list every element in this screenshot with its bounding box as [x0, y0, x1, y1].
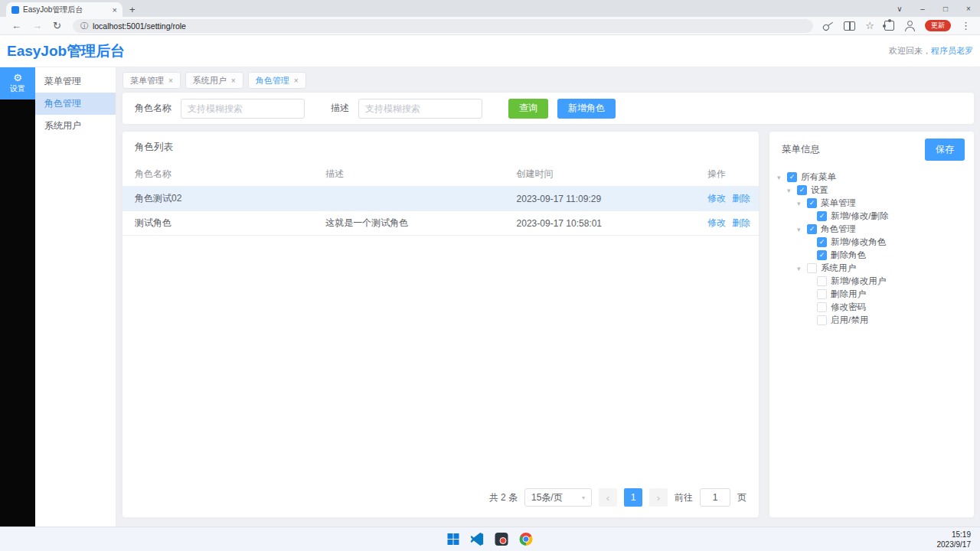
browser-update-button[interactable]: 更新 — [925, 20, 951, 31]
caret-down-icon[interactable]: ▾ — [797, 226, 807, 233]
split-screen-icon[interactable] — [844, 21, 855, 31]
tree-node-label: 角色管理 — [821, 223, 856, 235]
table-row[interactable]: 测试角色这就是一个测试角色2023-09-17 10:58:01修改删除 — [122, 211, 759, 236]
tree-node[interactable]: ▾修改密码 — [776, 301, 968, 314]
tree-checkbox[interactable]: ✓ — [797, 185, 807, 195]
page-tab[interactable]: 角色管理× — [248, 72, 306, 89]
tree-checkbox[interactable]: ✓ — [807, 224, 817, 234]
role-table: 角色名称描述创建时间操作 角色测试022023-09-17 11:09:29修改… — [122, 162, 759, 236]
browser-tab[interactable]: EasyJob管理后台 × — [6, 2, 122, 17]
goto-unit-label: 页 — [737, 491, 746, 504]
new-tab-button[interactable]: + — [129, 4, 136, 15]
description-input[interactable] — [358, 99, 482, 119]
back-button[interactable]: ← — [11, 20, 21, 31]
tree-checkbox[interactable] — [817, 302, 827, 312]
delete-link[interactable]: 删除 — [732, 217, 750, 228]
tree-checkbox[interactable]: ✓ — [817, 250, 827, 260]
goto-label: 前往 — [675, 491, 693, 504]
pagination: 共 2 条 15条/页 ▾ ‹ 1 › 前往 页 — [122, 479, 759, 517]
tab-close-icon[interactable]: × — [294, 77, 299, 85]
next-page-button[interactable]: › — [649, 488, 668, 507]
browser-menu-dots-icon[interactable]: ⋮ — [961, 21, 971, 31]
tab-search-chevron-icon[interactable]: ∨ — [888, 0, 911, 17]
query-button[interactable]: 查询 — [508, 99, 548, 119]
tree-node[interactable]: ▾✓新增/修改/删除 — [776, 210, 968, 223]
site-info-icon[interactable]: ⓘ — [80, 21, 88, 31]
caret-down-icon[interactable]: ▾ — [797, 200, 807, 207]
menu-info-card: 菜单信息 保存 ▾✓所有菜单▾✓设置▾✓菜单管理▾✓新增/修改/删除▾✓角色管理… — [769, 132, 974, 517]
caret-down-icon[interactable]: ▾ — [787, 187, 797, 194]
address-bar[interactable]: ⓘ localhost:5001/setting/role — [73, 19, 813, 33]
tree-checkbox[interactable]: ✓ — [787, 172, 797, 182]
page-size-select[interactable]: 15条/页 ▾ — [524, 488, 592, 507]
tree-checkbox[interactable] — [817, 289, 827, 299]
add-role-button[interactable]: 新增角色 — [557, 99, 616, 119]
tree-node-label: 新增/修改/删除 — [831, 210, 888, 222]
rail-item-settings[interactable]: ⚙ 设置 — [0, 67, 35, 99]
maximize-button[interactable]: □ — [934, 0, 957, 17]
tree-node[interactable]: ▾新增/修改用户 — [776, 275, 968, 288]
edit-link[interactable]: 修改 — [707, 217, 726, 228]
save-button[interactable]: 保存 — [925, 139, 965, 161]
tree-node[interactable]: ▾✓角色管理 — [776, 223, 968, 236]
tree-node-label: 新增/修改角色 — [831, 236, 886, 248]
page-tab[interactable]: 菜单管理× — [122, 72, 181, 89]
tree-checkbox[interactable]: ✓ — [817, 237, 827, 247]
tree-node[interactable]: ▾✓设置 — [776, 184, 968, 197]
tree-node-label: 所有菜单 — [801, 171, 836, 183]
browser-tab-close-icon[interactable]: × — [113, 5, 117, 15]
role-name-input[interactable] — [181, 99, 305, 119]
search-form: 角色名称 描述 查询 新增角色 — [122, 93, 974, 124]
page-tab-bar: 菜单管理×系统用户×角色管理× — [116, 67, 980, 93]
sidebar-item[interactable]: 角色管理 — [35, 93, 116, 115]
sidebar-menu: 菜单管理角色管理系统用户 — [35, 67, 116, 527]
tree-node[interactable]: ▾删除用户 — [776, 288, 968, 301]
page-tab[interactable]: 系统用户× — [185, 72, 243, 89]
browser-profile-icon[interactable] — [904, 21, 915, 31]
forward-button[interactable]: → — [32, 20, 42, 31]
tree-node-label: 设置 — [811, 184, 828, 196]
tree-checkbox[interactable] — [817, 276, 827, 286]
vscode-icon[interactable] — [471, 533, 484, 546]
extensions-puzzle-icon[interactable] — [884, 21, 894, 31]
app-title: EasyJob管理后台 — [7, 41, 125, 61]
goto-page-input[interactable] — [700, 488, 730, 507]
refresh-button[interactable]: ↻ — [53, 20, 61, 31]
tree-checkbox[interactable] — [817, 315, 827, 325]
column-header: 创建时间 — [505, 162, 695, 187]
caret-down-icon[interactable]: ▾ — [797, 265, 807, 272]
edit-link[interactable]: 修改 — [707, 193, 726, 204]
tree-node[interactable]: ▾启用/禁用 — [776, 314, 968, 327]
username-link[interactable]: 程序员老罗 — [931, 46, 973, 55]
tree-node[interactable]: ▾✓所有菜单 — [776, 171, 968, 184]
app-icon[interactable] — [495, 533, 508, 546]
tree-checkbox[interactable]: ✓ — [817, 211, 827, 221]
tree-checkbox[interactable]: ✓ — [807, 198, 817, 208]
tree-checkbox[interactable] — [807, 263, 817, 273]
windows-start-icon[interactable] — [448, 533, 459, 545]
tab-close-icon[interactable]: × — [231, 77, 236, 85]
tree-node[interactable]: ▾系统用户 — [776, 262, 968, 275]
tree-node[interactable]: ▾✓新增/修改角色 — [776, 236, 968, 249]
tab-close-icon[interactable]: × — [168, 77, 173, 85]
app-header: EasyJob管理后台 欢迎回来，程序员老罗 — [0, 35, 980, 67]
chrome-icon[interactable] — [520, 533, 533, 546]
tree-node[interactable]: ▾✓菜单管理 — [776, 197, 968, 210]
favorites-star-icon[interactable]: ☆ — [865, 21, 874, 31]
password-key-icon[interactable] — [820, 18, 836, 34]
delete-link[interactable]: 删除 — [732, 193, 750, 204]
page-tab-label: 菜单管理 — [130, 75, 164, 86]
caret-down-icon[interactable]: ▾ — [777, 174, 787, 181]
role-list-title: 角色列表 — [122, 132, 759, 162]
taskbar-clock[interactable]: 15:19 2023/9/17 — [937, 530, 972, 549]
close-window-button[interactable]: × — [957, 0, 980, 17]
tree-node-label: 系统用户 — [821, 262, 856, 274]
table-row[interactable]: 角色测试022023-09-17 11:09:29修改删除 — [122, 187, 759, 211]
minimize-button[interactable]: – — [911, 0, 934, 17]
sidebar-item[interactable]: 菜单管理 — [35, 70, 116, 93]
clock-date: 2023/9/17 — [937, 540, 972, 549]
prev-page-button[interactable]: ‹ — [599, 488, 617, 507]
sidebar-item[interactable]: 系统用户 — [35, 115, 116, 137]
tree-node[interactable]: ▾✓删除角色 — [776, 249, 968, 262]
current-page-button[interactable]: 1 — [624, 488, 642, 507]
